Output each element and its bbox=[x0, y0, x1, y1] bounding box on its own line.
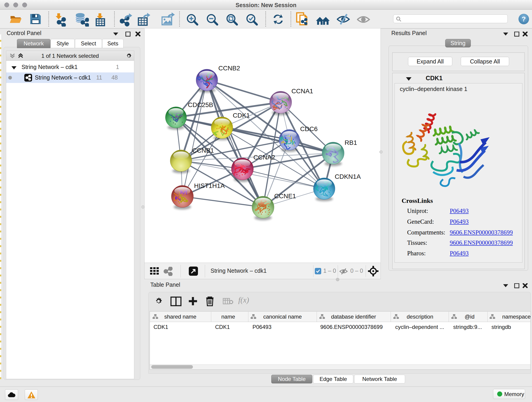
svg-text:CCNA1: CCNA1 bbox=[291, 88, 313, 95]
svg-text:CCNE1: CCNE1 bbox=[274, 192, 296, 200]
svg-text:CDC6: CDC6 bbox=[300, 125, 317, 133]
svg-text:CCNA2: CCNA2 bbox=[253, 154, 275, 161]
svg-text:HIST1H1A: HIST1H1A bbox=[194, 182, 225, 189]
svg-text:RB1: RB1 bbox=[345, 139, 357, 146]
svg-text:CCNB1: CCNB1 bbox=[192, 147, 214, 154]
svg-text:CDKN1A: CDKN1A bbox=[335, 173, 361, 180]
svg-text:CDK1: CDK1 bbox=[233, 112, 250, 119]
svg-text:?: ? bbox=[522, 15, 526, 23]
svg-text:CCNB2: CCNB2 bbox=[218, 65, 240, 72]
svg-text:CDC25B: CDC25B bbox=[188, 101, 213, 108]
